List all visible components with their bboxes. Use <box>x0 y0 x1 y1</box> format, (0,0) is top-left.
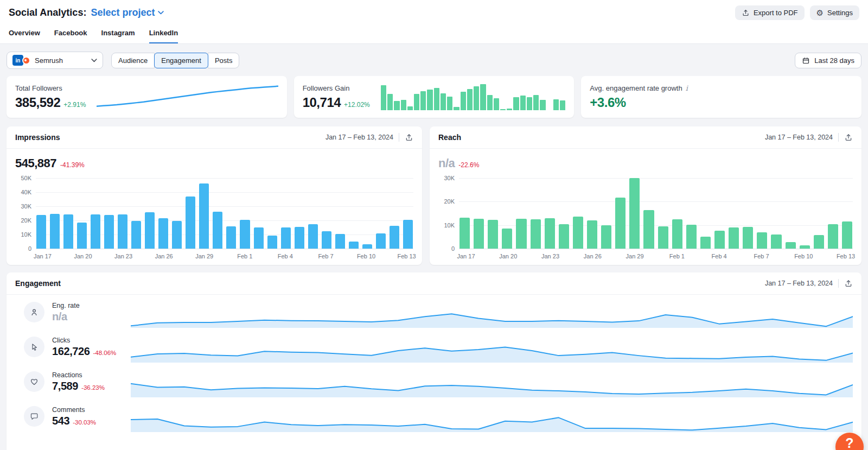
cursor-icon <box>24 337 44 357</box>
comment-icon <box>24 406 44 427</box>
impressions-change: -41.39% <box>60 161 85 169</box>
semrush-badge-icon <box>22 56 30 65</box>
reach-change: -22.6% <box>458 161 479 169</box>
reach-export-button[interactable] <box>844 133 853 142</box>
charts-row: Impressions Jan 17 – Feb 13, 2024 545,88… <box>7 126 861 265</box>
divider <box>838 133 839 142</box>
impressions-chart: 50K40K30K20K10K0Jan 17Jan 20Jan 23Jan 26… <box>15 178 413 261</box>
avg-engagement-rate-value: +3.6% <box>590 95 626 110</box>
filters-toolbar: in Semrush Audience Engagement Posts Las… <box>7 52 861 69</box>
account-name: Semrush <box>35 56 63 65</box>
avg-engagement-rate-card: Avg. engagement rate growth i +3.6% <box>581 76 861 118</box>
engagement-row-comments: Comments 543 -30.03% <box>7 399 861 434</box>
divider <box>399 133 399 142</box>
divider <box>838 279 839 288</box>
impressions-title: Impressions <box>15 133 60 142</box>
reactions-label: Reactions <box>52 371 123 379</box>
followers-gain-change: +12.02% <box>344 101 370 109</box>
engagement-title: Engagement <box>15 279 61 288</box>
impressions-export-button[interactable] <box>405 133 413 142</box>
followers-gain-card: Followers Gain 10,714 +12.02% <box>294 76 575 118</box>
upload-icon <box>405 133 413 142</box>
top-bar: Social Analytics: Select project Export … <box>0 0 868 44</box>
reach-title: Reach <box>438 133 461 142</box>
date-range-label: Last 28 days <box>814 56 854 65</box>
tab-instagram[interactable]: Instagram <box>101 29 135 43</box>
engagement-export-button[interactable] <box>844 279 853 288</box>
clicks-label: Clicks <box>52 337 123 344</box>
engagement-row-reactions: Reactions 7,589 -36.23% <box>7 364 861 399</box>
reach-card: Reach Jan 17 – Feb 13, 2024 n/a -22.6% <box>430 126 861 265</box>
tab-bar: Overview Facebook Instagram LinkedIn <box>9 29 859 43</box>
reach-value: n/a <box>438 156 455 170</box>
heart-icon <box>24 371 44 392</box>
chevron-down-icon <box>91 59 97 62</box>
content-area: in Semrush Audience Engagement Posts Las… <box>0 44 868 450</box>
clicks-value: 162,726 <box>52 345 90 358</box>
segment-audience[interactable]: Audience <box>111 53 155 68</box>
clicks-change: -48.06% <box>93 350 117 356</box>
comments-change: -30.03% <box>73 419 96 426</box>
eng-rate-label: Eng. rate <box>52 302 123 309</box>
summary-cards-row: Total Followers 385,592 +2.91% Followers… <box>7 76 861 118</box>
info-icon[interactable]: i <box>686 84 688 92</box>
upload-icon <box>742 9 750 17</box>
date-range-button[interactable]: Last 28 days <box>795 53 861 68</box>
export-pdf-label: Export to PDF <box>754 9 798 17</box>
segment-engagement[interactable]: Engagement <box>154 53 208 68</box>
clicks-chart <box>131 338 853 363</box>
engagement-row-eng-rate: Eng. rate n/a <box>7 295 861 329</box>
eng-rate-value: n/a <box>52 310 67 323</box>
total-followers-value: 385,592 <box>15 95 60 110</box>
reactions-value: 7,589 <box>52 380 78 392</box>
reactions-change: -36.23% <box>81 384 105 391</box>
eng-rate-chart <box>131 303 853 328</box>
tab-facebook[interactable]: Facebook <box>54 29 87 43</box>
view-segmented-control: Audience Engagement Posts <box>112 53 239 68</box>
total-followers-card: Total Followers 385,592 +2.91% <box>7 76 287 118</box>
comments-label: Comments <box>52 406 123 414</box>
gear-icon: ⚙ <box>816 9 824 17</box>
reach-date-range: Jan 17 – Feb 13, 2024 <box>765 134 833 141</box>
social-analytics-page: Social Analytics: Select project Export … <box>0 0 868 450</box>
comments-value: 543 <box>52 415 69 427</box>
project-selector[interactable]: Select project <box>91 7 164 18</box>
reactions-chart <box>131 372 853 397</box>
project-selector-label: Select project <box>91 7 155 18</box>
calendar-icon <box>802 56 810 65</box>
chevron-down-icon <box>158 11 164 15</box>
comments-chart <box>131 407 853 432</box>
avg-engagement-rate-label: Avg. engagement rate growth <box>590 84 682 92</box>
impressions-value: 545,887 <box>15 156 56 170</box>
followers-gain-sparkline <box>381 84 566 110</box>
impressions-card: Impressions Jan 17 – Feb 13, 2024 545,88… <box>7 126 422 265</box>
export-pdf-button[interactable]: Export to PDF <box>735 5 805 20</box>
account-selector-dropdown[interactable]: in Semrush <box>7 52 103 69</box>
total-followers-label: Total Followers <box>15 84 86 92</box>
total-followers-sparkline <box>97 85 278 109</box>
settings-label: Settings <box>827 9 853 17</box>
segment-posts[interactable]: Posts <box>208 53 240 68</box>
tab-linkedin[interactable]: LinkedIn <box>149 29 178 43</box>
impressions-date-range: Jan 17 – Feb 13, 2024 <box>326 134 393 141</box>
engagement-date-range: Jan 17 – Feb 13, 2024 <box>765 280 833 287</box>
engagement-card: Engagement Jan 17 – Feb 13, 2024 Eng. ra… <box>7 272 861 450</box>
followers-gain-value: 10,714 <box>303 95 341 110</box>
reach-chart: 30K20K10K0Jan 17Jan 20Jan 23Jan 26Jan 29… <box>438 178 853 261</box>
person-icon <box>24 302 44 322</box>
upload-icon <box>844 133 853 142</box>
question-mark-icon: ? <box>845 435 853 450</box>
settings-button[interactable]: ⚙ Settings <box>810 5 859 20</box>
upload-icon <box>844 279 853 288</box>
page-title: Social Analytics: <box>9 7 86 18</box>
total-followers-change: +2.91% <box>63 101 86 109</box>
engagement-row-clicks: Clicks 162,726 -48.06% <box>7 329 861 364</box>
tab-overview[interactable]: Overview <box>9 29 40 43</box>
followers-gain-label: Followers Gain <box>303 84 370 92</box>
linkedin-icon: in <box>12 55 23 66</box>
